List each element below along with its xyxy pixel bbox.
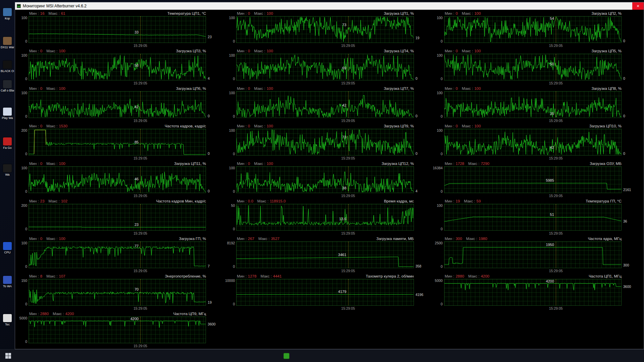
y-axis-max-label: 5000 (19, 316, 27, 320)
max-value: 100 (267, 11, 273, 15)
time-label: 15:29:05 (133, 306, 147, 310)
desktop-icon[interactable]: Call o Black (1, 80, 14, 92)
graph-panel[interactable]: Мин :0Макс :100Загрузка ЦП8, %100035015:… (433, 85, 636, 123)
window-close-button[interactable]: ✕ (632, 2, 644, 10)
graph-panel[interactable]: Мин :8Макс :107Энергопотребление, %15007… (18, 273, 221, 311)
current-value-gutter: 4 (206, 54, 221, 80)
y-axis-max-label: 16384 (433, 166, 442, 170)
desktop-background: КорDX11 War WBLACK OPSCall o BlackPlay W… (0, 0, 644, 362)
y-axis-max-label: 100 (21, 241, 27, 245)
graph-panel[interactable]: Мин :16Макс :61Температура ЦП1, °C100033… (18, 10, 221, 48)
min-label: Мин : (445, 49, 454, 53)
min-label: Мин : (237, 199, 247, 203)
time-row: 15:29:05 (444, 231, 622, 236)
panel-header: Мин :16Макс :61Температура ЦП1, °C (18, 10, 221, 16)
y-axis-labels: 1000 (225, 16, 236, 43)
y-axis-max-label: 5000 (435, 279, 442, 282)
desktop-icon[interactable]: BLACK OPS (1, 61, 14, 73)
min-label: Мин : (445, 11, 454, 15)
graph-trace (236, 279, 413, 305)
desktop-icon[interactable]: DX11 War W (1, 37, 14, 49)
desktop-icon[interactable]: CPU (1, 242, 14, 254)
graph-panel[interactable]: Мин :1278Макс :4441Тахометр кулера 2, об… (225, 273, 428, 311)
current-value-gutter: 19 (206, 279, 221, 306)
time-row: 15:29:05 (236, 268, 414, 273)
y-axis-max-label: 100 (229, 16, 235, 19)
graph-trace (444, 16, 621, 43)
graph-panel[interactable]: Мин :0Макс :100Загрузка ЦП5, %100050015:… (433, 48, 636, 85)
graph-panel[interactable]: Мин :23Макс :102Частота кадров Мин, кадр… (18, 198, 221, 236)
minmax-readout: Мин :0Макс :100 (29, 237, 69, 241)
panel-title: Тахометр кулера 2, об/мин (366, 274, 414, 278)
graph-panel[interactable]: Мин :300Макс :1980Частота ядра, МГц25000… (433, 236, 636, 273)
desktop-icon-image (3, 37, 12, 45)
graph-panel[interactable]: Мин :1728Макс :7290Загрузка ОЗУ, МБ16384… (433, 161, 636, 198)
min-label: Мин : (237, 49, 247, 53)
max-label: Макс : (464, 199, 475, 203)
graph-panel[interactable]: Мин :0Макс :100Загрузка ЦП1, %1000731915… (225, 10, 428, 48)
current-value-gutter: 19 (414, 16, 429, 43)
graph-trace (236, 242, 413, 268)
minmax-readout: Мин :2880Макс :4200 (29, 312, 78, 316)
panel-title: Загрузка ЦП3, % (176, 49, 206, 53)
graph-panel[interactable]: Мин :0Макс :100Загрузка ЦП10, %100042015… (433, 123, 636, 161)
graph-panel[interactable]: Мин :2880Макс :4200Частота ЦП1, МГц50000… (433, 273, 636, 311)
window-titlebar[interactable]: Мониторинг MSI Afterburner v4.6.2 ✕ (15, 2, 644, 10)
min-label: Мин : (29, 124, 39, 128)
y-axis-labels: 25000 (433, 241, 444, 268)
time-row: 15:29:05 (29, 268, 206, 273)
graph-panel[interactable]: Мин :2880Макс :4200Частота ЦП9, МГц50000… (18, 311, 221, 348)
current-value-gutter: 2161 (622, 166, 636, 193)
y-axis-max-label: 100 (437, 54, 443, 57)
y-axis-min-label: 0 (233, 115, 235, 118)
desktop-icon-label: DX11 War W (1, 46, 14, 49)
y-axis-labels: 1000 (433, 16, 444, 43)
taskbar[interactable] (0, 349, 644, 362)
graph-panel[interactable]: Мин :0Макс :100Загрузка ЦП4, %100069015:… (225, 48, 428, 85)
panel-title: Загрузка ЦП4, % (384, 49, 414, 53)
time-row: 15:29:05 (29, 118, 206, 123)
graph-panel[interactable]: Мин :267Макс :3527Загрузка памяти, МБ819… (225, 236, 428, 273)
desktop-icon[interactable]: Tec (1, 314, 14, 326)
graph-panel[interactable]: Мин :0Макс :100Загрузка ЦП7, %100042015:… (225, 85, 428, 123)
taskbar-green-app-icon[interactable] (283, 353, 289, 359)
min-label: Мин : (237, 162, 247, 166)
desktop-icon[interactable]: Кор (1, 8, 14, 20)
max-label: Макс : (257, 199, 268, 203)
start-button[interactable] (0, 350, 16, 362)
min-value: 0 (40, 124, 42, 128)
current-value-gutter: 0 (206, 129, 221, 156)
panel-title: Загрузка ЦП7, % (384, 86, 414, 90)
panel-title: Загрузка ЦП1, % (384, 11, 414, 15)
desktop-icon-label: Кор (1, 17, 14, 20)
afterburner-monitor-window: Мониторинг MSI Afterburner v4.6.2 ✕ Мин … (15, 2, 644, 349)
graph-panel[interactable]: Мин :0Макс :100Загрузка ГП, %100077715:2… (18, 236, 221, 273)
y-axis-max-label: 200 (21, 129, 27, 132)
time-label: 15:29:05 (133, 81, 147, 85)
graph-plot: 51 (444, 204, 622, 231)
desktop-icon[interactable]: Fa Go (1, 137, 14, 149)
minmax-readout: Мин :0Макс :100 (237, 124, 277, 128)
time-row: 15:29:05 (236, 80, 414, 85)
graph-panel[interactable]: Мин :0Макс :100Загрузка ЦП6, %100042015:… (18, 85, 221, 123)
graph-panel[interactable]: Мин :0Макс :100Загрузка ЦП2, %100054015:… (433, 10, 636, 48)
current-value-gutter: 3600 (206, 316, 221, 343)
desktop-icon[interactable]: To WA (1, 276, 14, 288)
graph-panel[interactable]: Мин :0Макс :100Загрузка ЦП11, %100046015… (18, 161, 221, 198)
time-label: 15:29:05 (549, 269, 563, 273)
desktop-icon[interactable]: Play Wa (1, 108, 14, 120)
graph-panel[interactable]: Мин :0Макс :100Загрузка ЦП12, %100038415… (225, 161, 428, 198)
graph-panel[interactable]: Мин :19Макс :59Температура ГП, °C1000513… (433, 198, 636, 236)
graph-plot: 73 (236, 16, 414, 43)
y-axis-labels: 1000 (18, 166, 29, 193)
min-label: Мин : (237, 11, 247, 15)
graph-trace (29, 317, 206, 343)
graph-panel[interactable]: Мин :0.0Макс :118915.0Время кадра, мс500… (225, 198, 428, 236)
graph-panel[interactable]: Мин :0Макс :100Загрузка ЦП3, %100058415:… (18, 48, 221, 85)
desktop-icon[interactable]: Wa (1, 164, 14, 176)
graph-panel[interactable]: Мин :0Макс :1530Частота кадров, кадр/с20… (18, 123, 221, 161)
y-axis-labels: 163840 (433, 166, 444, 193)
graph-panel[interactable]: Мин :0Макс :100Загрузка ЦП9, %100073015:… (225, 123, 428, 161)
max-value: 100 (267, 86, 273, 90)
graph-plot: 4200 (444, 279, 622, 306)
